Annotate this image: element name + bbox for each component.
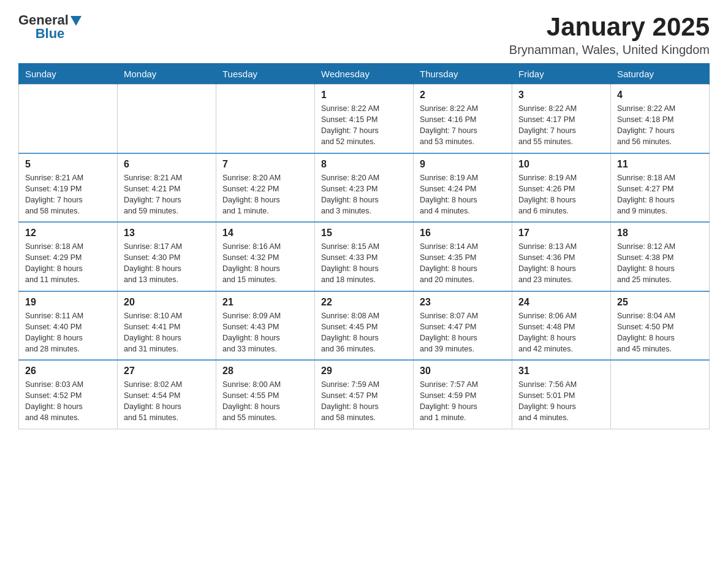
calendar-cell-w3-d1: 13Sunrise: 8:17 AM Sunset: 4:30 PM Dayli… xyxy=(118,222,216,291)
day-info: Sunrise: 8:07 AM Sunset: 4:47 PM Dayligh… xyxy=(420,310,506,355)
day-info: Sunrise: 8:21 AM Sunset: 4:21 PM Dayligh… xyxy=(124,172,210,217)
day-number: 14 xyxy=(222,228,308,239)
calendar-cell-w5-d4: 30Sunrise: 7:57 AM Sunset: 4:59 PM Dayli… xyxy=(414,360,512,429)
day-number: 23 xyxy=(420,297,506,308)
day-info: Sunrise: 8:21 AM Sunset: 4:19 PM Dayligh… xyxy=(25,172,111,217)
calendar-cell-w1-d3: 1Sunrise: 8:22 AM Sunset: 4:15 PM Daylig… xyxy=(315,85,414,153)
calendar-week-3: 12Sunrise: 8:18 AM Sunset: 4:29 PM Dayli… xyxy=(19,222,710,291)
col-thursday: Thursday xyxy=(414,64,512,85)
day-info: Sunrise: 8:18 AM Sunset: 4:29 PM Dayligh… xyxy=(25,241,111,286)
calendar-cell-w1-d6: 4Sunrise: 8:22 AM Sunset: 4:18 PM Daylig… xyxy=(611,85,710,153)
calendar-cell-w3-d0: 12Sunrise: 8:18 AM Sunset: 4:29 PM Dayli… xyxy=(19,222,118,291)
calendar-cell-w3-d6: 18Sunrise: 8:12 AM Sunset: 4:38 PM Dayli… xyxy=(611,222,710,291)
calendar-cell-w2-d0: 5Sunrise: 8:21 AM Sunset: 4:19 PM Daylig… xyxy=(19,153,118,223)
col-friday: Friday xyxy=(512,64,611,85)
col-wednesday: Wednesday xyxy=(315,64,414,85)
day-info: Sunrise: 8:17 AM Sunset: 4:30 PM Dayligh… xyxy=(124,241,210,286)
day-info: Sunrise: 8:22 AM Sunset: 4:16 PM Dayligh… xyxy=(420,103,506,148)
calendar-cell-w3-d2: 14Sunrise: 8:16 AM Sunset: 4:32 PM Dayli… xyxy=(216,222,315,291)
col-sunday: Sunday xyxy=(19,64,118,85)
page-header: General Blue January 2025 Brynamman, Wal… xyxy=(18,12,710,57)
day-number: 16 xyxy=(420,228,506,239)
day-number: 20 xyxy=(124,297,210,308)
calendar-cell-w1-d4: 2Sunrise: 8:22 AM Sunset: 4:16 PM Daylig… xyxy=(414,85,512,153)
day-number: 17 xyxy=(518,228,604,239)
day-info: Sunrise: 8:15 AM Sunset: 4:33 PM Dayligh… xyxy=(321,241,407,286)
logo-blue-text: Blue xyxy=(36,26,65,42)
calendar-week-2: 5Sunrise: 8:21 AM Sunset: 4:19 PM Daylig… xyxy=(19,153,710,223)
calendar-cell-w1-d1 xyxy=(118,85,216,153)
day-info: Sunrise: 7:56 AM Sunset: 5:01 PM Dayligh… xyxy=(518,379,604,424)
day-number: 11 xyxy=(617,159,703,170)
day-number: 30 xyxy=(420,366,506,377)
logo-icon: General Blue xyxy=(18,12,82,42)
day-number: 18 xyxy=(617,228,703,239)
col-tuesday: Tuesday xyxy=(216,64,315,85)
calendar-cell-w5-d5: 31Sunrise: 7:56 AM Sunset: 5:01 PM Dayli… xyxy=(512,360,611,429)
day-info: Sunrise: 8:06 AM Sunset: 4:48 PM Dayligh… xyxy=(518,310,604,355)
calendar-cell-w4-d1: 20Sunrise: 8:10 AM Sunset: 4:41 PM Dayli… xyxy=(118,291,216,361)
day-info: Sunrise: 8:11 AM Sunset: 4:40 PM Dayligh… xyxy=(25,310,111,355)
day-number: 29 xyxy=(321,366,407,377)
day-info: Sunrise: 8:14 AM Sunset: 4:35 PM Dayligh… xyxy=(420,241,506,286)
day-number: 10 xyxy=(518,159,604,170)
day-info: Sunrise: 8:22 AM Sunset: 4:15 PM Dayligh… xyxy=(321,103,407,148)
day-info: Sunrise: 8:19 AM Sunset: 4:24 PM Dayligh… xyxy=(420,172,506,217)
day-info: Sunrise: 7:57 AM Sunset: 4:59 PM Dayligh… xyxy=(420,379,506,424)
day-info: Sunrise: 8:12 AM Sunset: 4:38 PM Dayligh… xyxy=(617,241,703,286)
calendar-cell-w2-d6: 11Sunrise: 8:18 AM Sunset: 4:27 PM Dayli… xyxy=(611,153,710,223)
day-info: Sunrise: 8:22 AM Sunset: 4:18 PM Dayligh… xyxy=(617,103,703,148)
day-info: Sunrise: 8:03 AM Sunset: 4:52 PM Dayligh… xyxy=(25,379,111,424)
day-info: Sunrise: 8:04 AM Sunset: 4:50 PM Dayligh… xyxy=(617,310,703,355)
calendar-cell-w2-d1: 6Sunrise: 8:21 AM Sunset: 4:21 PM Daylig… xyxy=(118,153,216,223)
calendar-cell-w2-d2: 7Sunrise: 8:20 AM Sunset: 4:22 PM Daylig… xyxy=(216,153,315,223)
logo: General Blue xyxy=(18,12,82,42)
title-block: January 2025 Brynamman, Wales, United Ki… xyxy=(509,12,710,57)
day-info: Sunrise: 8:20 AM Sunset: 4:23 PM Dayligh… xyxy=(321,172,407,217)
day-info: Sunrise: 8:13 AM Sunset: 4:36 PM Dayligh… xyxy=(518,241,604,286)
month-title: January 2025 xyxy=(509,12,710,42)
day-number: 27 xyxy=(124,366,210,377)
day-number: 2 xyxy=(420,90,506,101)
calendar-cell-w2-d5: 10Sunrise: 8:19 AM Sunset: 4:26 PM Dayli… xyxy=(512,153,611,223)
day-info: Sunrise: 8:20 AM Sunset: 4:22 PM Dayligh… xyxy=(222,172,308,217)
day-number: 15 xyxy=(321,228,407,239)
calendar-cell-w4-d4: 23Sunrise: 8:07 AM Sunset: 4:47 PM Dayli… xyxy=(414,291,512,361)
day-number: 31 xyxy=(518,366,604,377)
day-info: Sunrise: 8:08 AM Sunset: 4:45 PM Dayligh… xyxy=(321,310,407,355)
col-saturday: Saturday xyxy=(611,64,710,85)
calendar-cell-w5-d6 xyxy=(611,360,710,429)
calendar-cell-w3-d4: 16Sunrise: 8:14 AM Sunset: 4:35 PM Dayli… xyxy=(414,222,512,291)
calendar-cell-w3-d3: 15Sunrise: 8:15 AM Sunset: 4:33 PM Dayli… xyxy=(315,222,414,291)
calendar-table: Sunday Monday Tuesday Wednesday Thursday… xyxy=(18,63,710,429)
calendar-week-5: 26Sunrise: 8:03 AM Sunset: 4:52 PM Dayli… xyxy=(19,360,710,429)
day-info: Sunrise: 7:59 AM Sunset: 4:57 PM Dayligh… xyxy=(321,379,407,424)
day-number: 19 xyxy=(25,297,111,308)
day-number: 9 xyxy=(420,159,506,170)
day-number: 1 xyxy=(321,90,407,101)
day-info: Sunrise: 8:00 AM Sunset: 4:55 PM Dayligh… xyxy=(222,379,308,424)
day-number: 22 xyxy=(321,297,407,308)
day-info: Sunrise: 8:19 AM Sunset: 4:26 PM Dayligh… xyxy=(518,172,604,217)
calendar-cell-w4-d2: 21Sunrise: 8:09 AM Sunset: 4:43 PM Dayli… xyxy=(216,291,315,361)
calendar-cell-w5-d1: 27Sunrise: 8:02 AM Sunset: 4:54 PM Dayli… xyxy=(118,360,216,429)
day-number: 21 xyxy=(222,297,308,308)
calendar-cell-w2-d4: 9Sunrise: 8:19 AM Sunset: 4:24 PM Daylig… xyxy=(414,153,512,223)
day-number: 6 xyxy=(124,159,210,170)
calendar-cell-w2-d3: 8Sunrise: 8:20 AM Sunset: 4:23 PM Daylig… xyxy=(315,153,414,223)
day-number: 25 xyxy=(617,297,703,308)
day-info: Sunrise: 8:10 AM Sunset: 4:41 PM Dayligh… xyxy=(124,310,210,355)
day-number: 4 xyxy=(617,90,703,101)
location-title: Brynamman, Wales, United Kingdom xyxy=(509,43,710,57)
day-number: 26 xyxy=(25,366,111,377)
day-number: 12 xyxy=(25,228,111,239)
calendar-cell-w1-d2 xyxy=(216,85,315,153)
calendar-cell-w3-d5: 17Sunrise: 8:13 AM Sunset: 4:36 PM Dayli… xyxy=(512,222,611,291)
col-monday: Monday xyxy=(118,64,216,85)
day-info: Sunrise: 8:22 AM Sunset: 4:17 PM Dayligh… xyxy=(518,103,604,148)
day-number: 13 xyxy=(124,228,210,239)
day-info: Sunrise: 8:02 AM Sunset: 4:54 PM Dayligh… xyxy=(124,379,210,424)
day-number: 8 xyxy=(321,159,407,170)
calendar-week-4: 19Sunrise: 8:11 AM Sunset: 4:40 PM Dayli… xyxy=(19,291,710,361)
calendar-header-row: Sunday Monday Tuesday Wednesday Thursday… xyxy=(19,64,710,85)
